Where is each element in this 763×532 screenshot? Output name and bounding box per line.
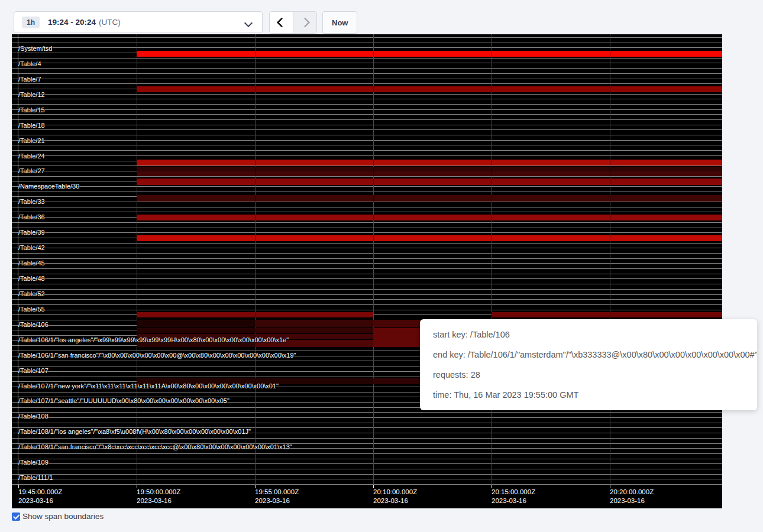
span-boundary-line xyxy=(12,99,722,99)
row-label: /Table/55 xyxy=(18,306,45,313)
span-boundary-line xyxy=(12,83,722,84)
span-boundary-line xyxy=(12,125,722,125)
time-nav-group xyxy=(269,11,317,34)
heat-band[interactable] xyxy=(137,86,722,92)
span-boundary-line xyxy=(12,438,722,439)
show-span-boundaries-checkbox[interactable] xyxy=(12,512,20,521)
span-boundary-line xyxy=(12,463,722,464)
x-axis-label: 20:15:00.000Z2023-03-16 xyxy=(492,488,535,505)
row-label: /Table/4 xyxy=(18,60,41,67)
heat-band[interactable] xyxy=(137,51,722,57)
span-boundary-line xyxy=(12,186,722,187)
time-gridline xyxy=(610,215,610,220)
prev-range-button[interactable] xyxy=(270,12,293,33)
row-label: /System/tsd xyxy=(18,45,52,52)
heat-band[interactable] xyxy=(137,160,722,166)
x-axis-label: 19:55:00.000Z2023-03-16 xyxy=(255,488,299,505)
span-boundary-line xyxy=(12,145,722,145)
row-label: /Table/52 xyxy=(18,290,45,297)
time-gridline xyxy=(373,179,374,185)
span-boundary-line xyxy=(12,47,722,48)
key-visualizer-heatmap[interactable]: /System/tsd/Table/4/Table/7/Table/12/Tab… xyxy=(12,34,722,508)
span-boundary-line xyxy=(12,412,722,413)
time-range-selector[interactable]: 1h 19:24 - 20:24 (UTC) xyxy=(14,11,263,33)
time-gridline xyxy=(373,215,374,220)
x-axis-label: 19:50:00.000Z2023-03-16 xyxy=(137,488,180,505)
heat-band[interactable] xyxy=(255,328,373,333)
now-button[interactable]: Now xyxy=(322,11,357,34)
span-boundary-line xyxy=(12,104,722,105)
span-boundary-line xyxy=(12,258,722,259)
span-boundary-line xyxy=(12,63,722,63)
span-boundary-line xyxy=(12,484,722,485)
row-label: /Table/24 xyxy=(18,153,45,160)
row-label: /Table/7 xyxy=(18,76,41,83)
tooltip-requests: requests: 28 xyxy=(433,365,744,385)
time-gridline xyxy=(610,160,610,166)
span-boundary-line xyxy=(12,284,722,284)
heat-band[interactable] xyxy=(137,167,722,171)
span-boundary-line xyxy=(12,304,722,305)
time-gridline xyxy=(373,51,374,57)
key-visualizer-page: 1h 19:24 - 20:24 (UTC) Now /System/tsd/T… xyxy=(0,0,763,532)
heat-band[interactable] xyxy=(137,215,722,220)
chevron-right-icon xyxy=(300,18,310,28)
time-gridline xyxy=(255,34,256,485)
show-span-boundaries-label: Show span boundaries xyxy=(22,512,104,521)
row-label: /Table/39 xyxy=(18,229,45,236)
span-boundary-line xyxy=(12,474,722,475)
tooltip-time: time: Thu, 16 Mar 2023 19:55:00 GMT xyxy=(433,385,744,405)
row-label: /Table/108/1/"san francisco"/"\x8c\xcc\x… xyxy=(18,443,292,450)
span-boundary-line xyxy=(12,263,722,264)
time-gridline xyxy=(492,171,492,176)
span-boundary-line xyxy=(12,469,722,469)
heat-band[interactable] xyxy=(255,320,373,327)
tooltip-end-key: end key: /Table/106/1/"amsterdam"/"\xb33… xyxy=(433,345,744,365)
time-gridline xyxy=(610,195,610,202)
heat-band[interactable] xyxy=(137,195,722,202)
time-gridline xyxy=(255,312,256,317)
time-gridline xyxy=(492,179,492,185)
time-gridline xyxy=(610,235,610,241)
row-label: /Table/109 xyxy=(18,459,49,466)
time-gridline xyxy=(255,160,256,166)
heat-band[interactable] xyxy=(492,312,722,317)
heat-band[interactable] xyxy=(137,320,255,327)
row-label: /Table/106 xyxy=(18,321,49,328)
span-boundary-line xyxy=(12,109,722,110)
span-boundary-line xyxy=(12,294,722,295)
x-axis-label: 20:10:00.000Z2023-03-16 xyxy=(373,488,417,505)
time-gridline xyxy=(492,86,492,92)
range-duration-badge: 1h xyxy=(22,17,40,28)
time-gridline xyxy=(492,215,492,220)
next-range-button-disabled[interactable] xyxy=(293,12,316,33)
span-boundary-line xyxy=(12,37,722,38)
heat-band[interactable] xyxy=(137,179,722,185)
time-gridline xyxy=(255,215,256,220)
time-gridline xyxy=(255,195,256,202)
span-boundary-line xyxy=(12,479,722,479)
time-gridline xyxy=(610,86,610,92)
heat-band[interactable] xyxy=(137,328,255,333)
time-gridline xyxy=(255,171,256,176)
span-boundary-line xyxy=(12,289,722,290)
heat-band[interactable] xyxy=(137,171,722,176)
heat-band[interactable] xyxy=(137,235,722,241)
span-boundary-line xyxy=(12,79,722,79)
time-gridline xyxy=(492,195,492,202)
span-boundary-line xyxy=(12,232,722,233)
row-label: /Table/27 xyxy=(18,167,45,174)
time-gridline xyxy=(255,235,256,241)
time-gridline xyxy=(255,167,256,171)
span-boundary-line xyxy=(12,192,722,192)
span-boundary-line xyxy=(12,278,722,279)
span-boundary-line xyxy=(12,459,722,459)
span-boundary-line xyxy=(12,202,722,202)
time-gridline xyxy=(610,34,610,485)
span-boundary-line xyxy=(12,212,722,212)
range-time-text: 19:24 - 20:24 xyxy=(48,18,96,27)
span-boundary-line xyxy=(12,68,722,69)
row-label: /Table/106/1/"los angeles"/"\x99\x99\x99… xyxy=(18,336,289,343)
time-gridline xyxy=(373,34,374,485)
row-label: /Table/48 xyxy=(18,275,45,282)
